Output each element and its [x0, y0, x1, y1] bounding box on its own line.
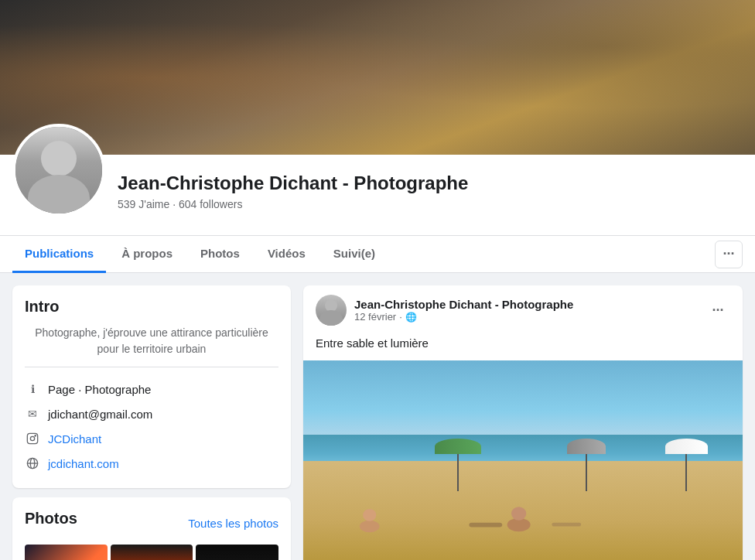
photos-title: Photos — [25, 510, 77, 528]
cover-photo — [0, 0, 755, 155]
post-avatar — [316, 295, 347, 326]
globe-icon — [25, 456, 40, 471]
main-content: Intro Photographe, j'éprouve une attiran… — [0, 273, 755, 560]
sidebar: Intro Photographe, j'éprouve une attiran… — [12, 285, 291, 560]
likes-count: 539 J'aime — [118, 198, 169, 210]
instagram-icon — [25, 431, 40, 446]
post-author: Jean-Christophe Dichant - Photographe — [354, 298, 698, 311]
nav-tabs: Publications À propos Photos Vidéos Suiv… — [0, 236, 755, 273]
feed: Jean-Christophe Dichant - Photographe 12… — [303, 285, 743, 560]
svg-point-9 — [511, 507, 526, 521]
post-meta: Jean-Christophe Dichant - Photographe 12… — [354, 298, 698, 323]
tab-videos[interactable]: Vidéos — [255, 236, 318, 273]
info-text-type: Page · Photographe — [48, 383, 151, 396]
photos-header: Photos Toutes les photos — [25, 510, 278, 537]
avatar — [12, 124, 105, 217]
intro-title: Intro — [25, 298, 278, 316]
info-row-type: ℹ Page · Photographe — [25, 377, 278, 401]
post-date-row: 12 février · 🌐 — [354, 311, 698, 323]
post-header: Jean-Christophe Dichant - Photographe 12… — [303, 285, 743, 335]
nav-more-button[interactable]: ··· — [715, 241, 743, 268]
intro-text: Photographe, j'éprouve une attirance par… — [25, 325, 278, 367]
email-icon: ✉ — [25, 406, 40, 422]
tab-publications[interactable]: Publications — [12, 236, 106, 273]
instagram-link[interactable]: JCDichant — [48, 432, 101, 446]
intro-card: Intro Photographe, j'éprouve une attiran… — [12, 285, 291, 488]
svg-rect-11 — [552, 523, 582, 527]
svg-point-7 — [363, 509, 376, 521]
photo-thumb-1[interactable] — [25, 545, 108, 560]
post-avatar-image — [316, 295, 347, 326]
svg-point-6 — [360, 521, 380, 533]
post-image — [303, 360, 743, 560]
beach-scene — [303, 360, 743, 560]
beach-people — [303, 481, 743, 541]
info-row-email: ✉ jdichant@gmail.com — [25, 401, 278, 426]
photo-thumb-3[interactable] — [196, 545, 278, 560]
svg-rect-10 — [469, 523, 502, 528]
profile-stats: 539 J'aime · 604 followers — [118, 198, 743, 210]
info-row-instagram: JCDichant — [25, 426, 278, 451]
svg-point-1 — [30, 436, 34, 440]
info-icon: ℹ — [25, 381, 40, 397]
post-date-dot: · — [399, 311, 402, 323]
beach-sky — [303, 360, 743, 445]
photos-card: Photos Toutes les photos — [12, 497, 291, 560]
avatar-image — [15, 127, 102, 213]
followers-count: 604 followers — [179, 198, 243, 210]
dot-separator: · — [173, 198, 176, 210]
tab-photos[interactable]: Photos — [188, 236, 252, 273]
tab-suivi[interactable]: Suivi(e) — [321, 236, 388, 273]
post-globe-icon: 🌐 — [405, 312, 417, 323]
website-link[interactable]: jcdichant.com — [48, 457, 119, 470]
post-date: 12 février — [354, 311, 396, 323]
post-card: Jean-Christophe Dichant - Photographe 12… — [303, 285, 743, 560]
info-text-email: jdichant@gmail.com — [48, 408, 152, 421]
post-more-button[interactable]: ··· — [705, 298, 730, 323]
svg-rect-0 — [27, 433, 37, 443]
post-text: Entre sable et lumière — [303, 335, 743, 360]
photo-thumb-2[interactable] — [111, 545, 193, 560]
info-row-website: jcdichant.com — [25, 451, 278, 476]
tab-apropos[interactable]: À propos — [109, 236, 185, 273]
page-title: Jean-Christophe Dichant - Photographe — [118, 172, 743, 195]
svg-point-2 — [35, 435, 36, 436]
profile-name-section: Jean-Christophe Dichant - Photographe 53… — [118, 172, 743, 217]
all-photos-link[interactable]: Toutes les photos — [188, 517, 278, 530]
photos-grid — [25, 545, 278, 560]
